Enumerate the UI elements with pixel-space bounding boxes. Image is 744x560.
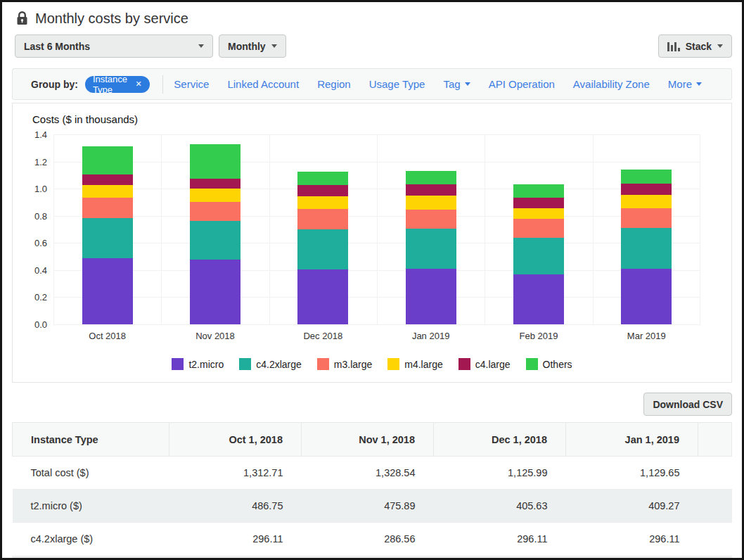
bar-segment-others (190, 144, 240, 179)
stacked-bar-dec-2018 (297, 172, 348, 324)
legend-label: c4.large (475, 359, 511, 370)
download-csv-label: Download CSV (653, 399, 723, 410)
bar-segment-c4-2xlarge (190, 221, 240, 260)
gridline-v (161, 134, 162, 324)
cell-value: 296.11 (566, 523, 698, 556)
group-by-link-availability-zone[interactable]: Availability Zone (573, 78, 650, 90)
group-by-link-service[interactable]: Service (174, 78, 209, 90)
column-header-date: Jan 1, 2019 (566, 423, 698, 457)
cell-value: 475.89 (302, 490, 434, 523)
bar-segment-c4-large (297, 185, 348, 196)
gridline-v (377, 134, 378, 324)
column-header-date: Dec 1, 2018 (434, 423, 566, 457)
legend-item-c4-large: c4.large (458, 358, 511, 370)
y-tick-label: 0.8 (34, 210, 47, 221)
gridline-v (593, 134, 594, 324)
row-label: Total cost ($) (13, 457, 169, 490)
x-tick-label: Mar 2019 (593, 331, 700, 341)
group-by-link-label: Region (317, 78, 351, 90)
gridline-v (485, 134, 485, 324)
bar-segment-m4-large (82, 185, 133, 198)
legend-label: c4.2xlarge (256, 359, 302, 370)
close-icon[interactable]: ✕ (135, 80, 141, 88)
bar-segment-c4-large (621, 184, 672, 195)
chart-style-dropdown[interactable]: Stack (658, 34, 732, 58)
legend-swatch (172, 358, 184, 370)
group-by-chip-instance-type[interactable]: Instance Type ✕ (85, 76, 150, 93)
legend-label: m4.large (404, 359, 442, 370)
date-range-dropdown[interactable]: Last 6 Months (15, 34, 213, 58)
y-tick-label: 0.2 (34, 292, 47, 303)
legend-swatch (458, 358, 470, 370)
y-axis: 0.00.20.40.60.81.01.21.4 (13, 134, 53, 324)
bar-segment-others (513, 184, 564, 198)
legend-label: m3.large (334, 359, 372, 370)
download-row: Download CSV (12, 393, 732, 416)
group-by-link-label: Usage Type (369, 78, 425, 90)
x-tick-label: Nov 2018 (161, 331, 269, 341)
group-by-link-usage-type[interactable]: Usage Type (369, 78, 425, 90)
group-by-link-label: Linked Account (227, 78, 299, 90)
group-by-link-label: Availability Zone (573, 78, 650, 90)
stacked-bar-nov-2018 (190, 144, 240, 324)
legend-item-t2-micro: t2.micro (172, 358, 224, 370)
bar-segment-m3-large (190, 202, 240, 221)
granularity-dropdown[interactable]: Monthly (219, 34, 286, 58)
chart-legend: t2.microc4.2xlargem3.largem4.largec4.lar… (13, 358, 731, 370)
column-header-date: Nov 1, 2018 (302, 423, 434, 457)
bar-segment-t2-micro (190, 260, 240, 324)
bar-segment-others (82, 146, 133, 174)
group-by-link-label: API Operation (489, 78, 555, 90)
legend-label: t2.micro (188, 359, 224, 370)
group-by-link-label: Service (174, 78, 209, 90)
cell-filler (698, 457, 732, 490)
chevron-down-icon (271, 44, 277, 48)
gridline-h (53, 324, 700, 325)
gridline-v (53, 134, 54, 324)
bar-segment-t2-micro (621, 269, 672, 324)
chevron-down-icon (198, 44, 204, 48)
bar-segment-c4-2xlarge (513, 238, 564, 274)
gridline-v (269, 134, 270, 324)
download-csv-button[interactable]: Download CSV (643, 393, 732, 416)
cell-value: 286.56 (302, 523, 434, 556)
y-tick-label: 1.2 (34, 156, 47, 167)
group-by-link-more[interactable]: More (668, 78, 702, 90)
bar-segment-others (621, 170, 672, 184)
bar-segment-m3-large (406, 210, 456, 229)
chart-title: Costs ($ in thousands) (32, 113, 731, 125)
costs-table: Instance TypeOct 1, 2018Nov 1, 2018Dec 1… (12, 422, 732, 556)
legend-label: Others (543, 359, 572, 370)
cell-filler (698, 523, 732, 556)
x-tick-label: Feb 2019 (485, 331, 592, 341)
bar-segment-c4-2xlarge (406, 229, 456, 269)
legend-item-m4-large: m4.large (387, 358, 442, 370)
bar-segment-c4-2xlarge (297, 229, 348, 269)
group-by-link-label: More (668, 78, 692, 90)
bar-segment-t2-micro (513, 274, 564, 324)
chevron-down-icon (696, 82, 702, 86)
date-range-value: Last 6 Months (24, 41, 90, 52)
table-row: t2.micro ($)486.75475.89405.63409.27 (13, 490, 732, 523)
group-by-link-api-operation[interactable]: API Operation (489, 78, 555, 90)
cell-value: 409.27 (566, 490, 698, 523)
x-tick-label: Jan 2019 (377, 331, 485, 341)
divider (162, 75, 163, 94)
cell-value: 1,312.71 (169, 457, 302, 490)
page-title: Monthly costs by service (35, 11, 188, 27)
bar-segment-c4-2xlarge (82, 218, 133, 258)
bar-segment-c4-large (82, 174, 133, 185)
bar-segment-m3-large (621, 208, 672, 228)
stacked-bar-mar-2019 (621, 170, 672, 324)
column-header-filler (698, 423, 732, 457)
bar-segment-t2-micro (406, 269, 456, 324)
group-by-link-region[interactable]: Region (317, 78, 351, 90)
plot-area (53, 134, 700, 324)
group-by-link-tag[interactable]: Tag (443, 78, 470, 90)
column-header-instance-type: Instance Type (13, 423, 169, 457)
x-axis-labels: Oct 2018Nov 2018Dec 2018Jan 2019Feb 2019… (53, 331, 700, 341)
group-by-link-linked-account[interactable]: Linked Account (227, 78, 299, 90)
bar-segment-m4-large (190, 189, 240, 202)
stacked-bar-feb-2019 (513, 184, 564, 324)
column-header-date: Oct 1, 2018 (169, 423, 302, 457)
